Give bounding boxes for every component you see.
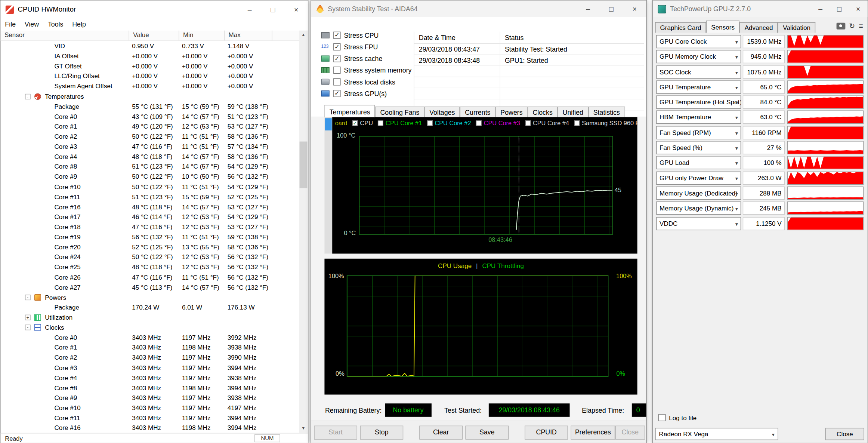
maximize-icon[interactable]: □ (830, 0, 849, 17)
tab-graphics-card[interactable]: Graphics Card (655, 22, 706, 33)
sensor-name-dropdown[interactable]: GPU only Power Draw ▼ (656, 171, 741, 185)
column-sensor[interactable]: Sensor (0, 31, 129, 41)
stress-checkbox[interactable]: ✓ (333, 32, 340, 39)
sensor-name-dropdown[interactable]: GPU Temperature (Hot Spot) ▼ (656, 96, 741, 109)
table-row[interactable]: Core #3 47 °C (116 °F) 11 °C (51 °F) 57 … (0, 142, 299, 152)
legend-checkbox[interactable]: ✓ (352, 120, 358, 126)
tab-temperatures[interactable]: Temperatures (324, 105, 375, 117)
table-row[interactable]: Core #4 3403 MHz 1197 MHz 3938 MHz (0, 373, 299, 383)
log-row[interactable] (414, 77, 644, 88)
table-row[interactable]: Core #16 48 °C (118 °F) 14 °C (57 °F) 53… (0, 202, 299, 212)
tab-powers[interactable]: Powers (495, 107, 528, 117)
refresh-icon[interactable]: ↻ (849, 22, 855, 30)
tab-voltages[interactable]: Voltages (424, 107, 460, 117)
legend-checkbox[interactable] (427, 120, 433, 126)
tab-statistics[interactable]: Statistics (588, 107, 625, 117)
sensor-name-dropdown[interactable]: Fan Speed (RPM) ▼ (656, 126, 741, 139)
close-button[interactable]: Close (825, 428, 864, 440)
sensor-name-dropdown[interactable]: Memory Usage (Dedicated) ▼ (656, 187, 741, 200)
sensor-name-dropdown[interactable]: HBM Temperature ▼ (656, 111, 741, 124)
save-button[interactable]: Save (465, 426, 509, 440)
table-row[interactable]: Core #11 51 °C (123 °F) 15 °C (59 °F) 52… (0, 192, 299, 202)
gpu-device-dropdown[interactable]: Radeon RX Vega ▼ (655, 428, 778, 440)
table-row[interactable]: Core #19 56 °C (132 °F) 11 °C (51 °F) 59… (0, 232, 299, 242)
table-row[interactable]: VID 0.950 V 0.733 V 1.148 V (0, 41, 299, 51)
log-row[interactable] (414, 66, 644, 77)
start-button[interactable]: Start (314, 426, 357, 440)
table-group-row[interactable]: + Utilization (0, 313, 299, 323)
stress-checkbox[interactable]: ✓ (333, 90, 340, 97)
clear-button[interactable]: Clear (419, 426, 463, 440)
column-max[interactable]: Max (225, 31, 272, 41)
table-row[interactable]: Core #4 48 °C (118 °F) 14 °C (57 °F) 58 … (0, 152, 299, 162)
sensor-name-dropdown[interactable]: Memory Usage (Dynamic) ▼ (656, 201, 741, 215)
hwmonitor-titlebar[interactable]: CPUID HWMonitor – □ × (0, 0, 308, 18)
table-row[interactable]: IA Offset +0.000 V +0.000 V +0.000 V (0, 51, 299, 61)
close-icon[interactable]: × (623, 0, 646, 17)
legend-checkbox[interactable] (525, 120, 531, 126)
stress-checkbox[interactable] (333, 67, 340, 74)
table-row[interactable]: Core #16 3403 MHz 1198 MHz 3994 MHz (0, 423, 299, 433)
table-row[interactable]: Core #27 45 °C (113 °F) 14 °C (57 °F) 56… (0, 282, 299, 292)
table-row[interactable]: Core #0 3403 MHz 1197 MHz 3992 MHz (0, 332, 299, 342)
table-row[interactable]: Core #8 3403 MHz 1198 MHz 3994 MHz (0, 383, 299, 393)
table-group-row[interactable]: - Temperatures (0, 91, 299, 101)
table-row[interactable]: Core #9 50 °C (122 °F) 10 °C (50 °F) 56 … (0, 172, 299, 182)
log-column-datetime[interactable]: Date & Time (414, 32, 500, 43)
scroll-down-icon[interactable]: ▼ (299, 424, 308, 433)
menu-file[interactable]: File (0, 19, 20, 30)
tab-clocks[interactable]: Clocks (528, 107, 557, 117)
minimize-icon[interactable]: – (811, 0, 830, 17)
close-button[interactable]: Close (615, 426, 645, 440)
tab-validation[interactable]: Validation (778, 22, 815, 33)
table-row[interactable]: Core #20 52 °C (125 °F) 13 °C (55 °F) 58… (0, 242, 299, 252)
legend-scrollbar[interactable] (324, 117, 332, 253)
table-row[interactable]: Core #8 51 °C (123 °F) 14 °C (57 °F) 54 … (0, 161, 299, 172)
table-row[interactable]: Core #3 3403 MHz 1197 MHz 3994 MHz (0, 363, 299, 373)
close-icon[interactable]: × (849, 0, 867, 17)
sensor-name-dropdown[interactable]: Fan Speed (%) ▼ (656, 141, 741, 154)
legend-checkbox[interactable] (476, 120, 482, 126)
tab-unified[interactable]: Unified (557, 107, 588, 117)
table-row[interactable]: Core #18 47 °C (116 °F) 12 °C (53 °F) 53… (0, 222, 299, 232)
stress-checkbox[interactable] (333, 78, 340, 85)
scrollbar-thumb[interactable] (300, 142, 308, 188)
stop-button[interactable]: Stop (360, 426, 403, 440)
table-group-row[interactable]: - Clocks (0, 323, 299, 333)
sensor-name-dropdown[interactable]: SOC Clock ▼ (656, 65, 741, 79)
table-row[interactable]: Core #2 50 °C (122 °F) 11 °C (51 °F) 58 … (0, 132, 299, 142)
table-row[interactable]: Core #2 3403 MHz 1197 MHz 3990 MHz (0, 353, 299, 363)
table-row[interactable]: Core #10 50 °C (122 °F) 11 °C (51 °F) 54… (0, 182, 299, 192)
table-row[interactable]: Core #0 43 °C (109 °F) 14 °C (57 °F) 51 … (0, 111, 299, 121)
table-row[interactable]: GT Offset +0.000 V +0.000 V +0.000 V (0, 61, 299, 71)
aida64-titlebar[interactable]: System Stability Test - AIDA64 – □ × (311, 0, 646, 17)
sensor-name-dropdown[interactable]: GPU Temperature ▼ (656, 80, 741, 94)
table-row[interactable]: Core #17 46 °C (114 °F) 12 °C (53 °F) 54… (0, 212, 299, 222)
table-row[interactable]: Core #25 48 °C (118 °F) 12 °C (53 °F) 56… (0, 262, 299, 272)
log-row[interactable]: 29/03/2018 08:43:48 GPU1: Started (414, 55, 644, 66)
legend-checkbox[interactable] (574, 120, 580, 126)
log-row[interactable] (414, 88, 644, 99)
column-value[interactable]: Value (129, 31, 179, 41)
log-column-status[interactable]: Status (500, 32, 644, 43)
log-to-file-checkbox[interactable] (658, 414, 665, 421)
table-group-row[interactable]: - Powers (0, 292, 299, 302)
sensor-name-dropdown[interactable]: GPU Core Clock ▼ (656, 35, 741, 49)
table-row[interactable]: Core #10 3403 MHz 1197 MHz 4197 MHz (0, 403, 299, 413)
sensor-name-dropdown[interactable]: VDDC ▼ (656, 217, 741, 230)
table-row[interactable]: System Agent Offset +0.000 V +0.000 V +0… (0, 81, 299, 91)
maximize-icon[interactable]: □ (600, 0, 623, 17)
sensor-name-dropdown[interactable]: GPU Load ▼ (656, 156, 741, 170)
table-row[interactable]: Core #11 3403 MHz 1197 MHz 3994 MHz (0, 413, 299, 423)
screenshot-icon[interactable] (836, 23, 845, 30)
tab-cooling-fans[interactable]: Cooling Fans (375, 107, 424, 117)
sensor-name-dropdown[interactable]: GPU Memory Clock ▼ (656, 50, 741, 64)
gpuz-titlebar[interactable]: TechPowerUp GPU-Z 2.7.0 – □ × (653, 0, 868, 17)
cpuid-button[interactable]: CPUID (525, 426, 568, 440)
stress-checkbox[interactable]: ✓ (333, 55, 340, 62)
maximize-icon[interactable]: □ (261, 0, 284, 18)
expander-toggle[interactable]: + (25, 315, 31, 320)
expander-toggle[interactable]: - (25, 93, 31, 99)
close-icon[interactable]: × (285, 0, 308, 18)
table-row[interactable]: Core #26 47 °C (116 °F) 11 °C (51 °F) 56… (0, 272, 299, 282)
